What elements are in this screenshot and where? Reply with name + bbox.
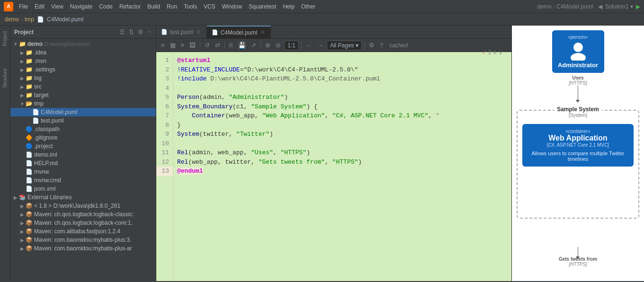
tree-item-target[interactable]: ▶ 📁 target bbox=[10, 91, 156, 99]
tree-item-logback1[interactable]: ▶ 📦 Maven: ch.qos.logback:logback-classi… bbox=[10, 210, 156, 219]
tree-item-mybatis[interactable]: ▶ 📦 Maven: com.baomidou:mybatis-plus:3. bbox=[10, 236, 156, 244]
toolbar-copy-btn[interactable]: ⎘ bbox=[227, 41, 235, 50]
sidebar-collapse-all[interactable]: ☰ bbox=[118, 27, 126, 36]
tab-close-test[interactable]: ✕ bbox=[196, 28, 202, 35]
tree-label-settings: .settings bbox=[34, 66, 55, 73]
tree-arrow-demo[interactable]: ▼ bbox=[12, 42, 19, 47]
expand-icon[interactable]: ∧ bbox=[493, 52, 497, 56]
collapse-icon[interactable]: ∨ bbox=[499, 52, 503, 56]
tree-arrow-extlibs[interactable]: ▶ bbox=[12, 195, 19, 200]
menu-refactor[interactable]: Refactor bbox=[116, 2, 143, 11]
tree-item-helpmd[interactable]: 📄 HELP.md bbox=[10, 159, 156, 167]
sidebar-close[interactable]: − bbox=[146, 27, 152, 36]
menu-squaretest[interactable]: Squaretest bbox=[246, 2, 279, 11]
tree-item-src[interactable]: ▶ 📁 src bbox=[10, 82, 156, 91]
menu-code[interactable]: Code bbox=[96, 2, 116, 11]
toolbar-image-btn[interactable]: 🖼 bbox=[188, 41, 197, 50]
tree-arrow-fastjson[interactable]: ▶ bbox=[19, 229, 26, 234]
tree-arrow-mybatisa[interactable]: ▶ bbox=[19, 246, 26, 251]
tree-item-c4model[interactable]: 📄 C4Model.puml bbox=[10, 108, 156, 116]
tree-arrow-mvn[interactable]: ▶ bbox=[19, 59, 26, 64]
menu-window[interactable]: Window bbox=[219, 2, 245, 11]
toolbar-pages-selector[interactable]: All Pages ▾ bbox=[327, 41, 362, 50]
menu-run[interactable]: Run bbox=[164, 2, 180, 11]
tree-arrow-src[interactable]: ▶ bbox=[19, 84, 26, 89]
sidebar-sort[interactable]: ⇅ bbox=[128, 27, 135, 36]
menu-help[interactable]: Help bbox=[280, 2, 297, 11]
tree-item-demo[interactable]: ▼ 📁 demo D:\work\gitlab\demo bbox=[10, 40, 156, 48]
tree-item-mvn[interactable]: ▶ 📁 .mvn bbox=[10, 57, 156, 65]
toolbar-sync-btn[interactable]: ⇄ bbox=[213, 41, 222, 50]
toolbar-save-btn[interactable]: 💾 bbox=[236, 41, 248, 50]
tab-close-c4model[interactable]: ✕ bbox=[259, 29, 266, 36]
tab-icon-test: 📄 bbox=[161, 29, 168, 35]
toolbar-cached-label: cached bbox=[389, 42, 408, 49]
tree-arrow-idea[interactable]: ▶ bbox=[19, 50, 26, 55]
structure-tab[interactable]: Structure bbox=[1, 67, 9, 90]
toolbar-settings-btn[interactable]: ⚙ bbox=[367, 41, 376, 50]
sidebar-settings[interactable]: ⚙ bbox=[137, 27, 144, 36]
tree-arrow-mybatis[interactable]: ▶ bbox=[19, 238, 26, 243]
toolbar-menu-btn[interactable]: ≡ bbox=[159, 41, 167, 50]
tree-arrow-settings[interactable]: ▶ bbox=[19, 67, 26, 72]
tree-item-fastjson[interactable]: ▶ 📦 Maven: com.alibaba:fastjson:1.2.4 bbox=[10, 227, 156, 236]
tab-c4model[interactable]: 📄 C4Model.puml ✕ bbox=[207, 26, 271, 39]
tab-testpuml[interactable]: 📄 test.puml ✕ bbox=[156, 26, 207, 39]
menu-other[interactable]: Other bbox=[298, 2, 318, 11]
code-editor[interactable]: @startuml !RELATIVE_INCLUDE="D:\work\C4\… bbox=[173, 52, 511, 281]
toolbar-zoom-in-btn[interactable]: ⊕ bbox=[263, 41, 272, 50]
tree-label-fastjson: Maven: com.alibaba:fastjson:1.2.4 bbox=[34, 228, 120, 235]
tree-item-tmp[interactable]: ▼ 📂 tmp bbox=[10, 99, 156, 108]
toolbar-refresh-btn[interactable]: ↺ bbox=[203, 41, 212, 50]
tree-item-extlibs[interactable]: ▶ 📚 External Libraries bbox=[10, 193, 156, 202]
tree-item-mvnw[interactable]: 📄 mvnw bbox=[10, 167, 156, 176]
menu-tools[interactable]: Tools bbox=[181, 2, 200, 11]
toolbar-zoom-out-btn[interactable]: ⊖ bbox=[274, 41, 283, 50]
bc-tmp[interactable]: tmp bbox=[25, 16, 34, 23]
tree-item-settings[interactable]: ▶ 📁 .settings bbox=[10, 65, 156, 74]
tree-item-classpath[interactable]: 🔵 .classpath bbox=[10, 125, 156, 133]
toolbar-zoom-level[interactable]: 1:1 bbox=[284, 41, 299, 50]
tree-label-logback1: Maven: ch.qos.logback:logback-classic: bbox=[34, 211, 134, 218]
toolbar-list-btn[interactable]: ≡ bbox=[179, 41, 187, 50]
tree-item-log[interactable]: ▶ 📁 log bbox=[10, 74, 156, 82]
run-btn[interactable]: ▶ bbox=[636, 3, 640, 10]
nav-back-btn[interactable]: ◀ bbox=[598, 3, 602, 10]
menu-build[interactable]: Build bbox=[144, 2, 163, 11]
tree-arrow-target[interactable]: ▶ bbox=[19, 93, 26, 98]
code-line-3: !include D:\work\C4\C4-PlantUML-2.5.0\C4… bbox=[177, 75, 380, 82]
tree-item-mvnwcmd[interactable]: 📄 mvnw.cmd bbox=[10, 176, 156, 185]
tree-item-idea[interactable]: ▶ 📁 .idea bbox=[10, 48, 156, 57]
tree-item-demoxml[interactable]: 📄 demo.iml bbox=[10, 150, 156, 159]
tree-arrow-tmp[interactable]: ▼ bbox=[19, 101, 26, 106]
toolbar-export-btn[interactable]: ↗ bbox=[249, 41, 258, 50]
tree-item-jdk[interactable]: ▶ 📦 < 1.8 > D:\work\Java\jdk1.8.0_261 bbox=[10, 202, 156, 210]
menu-view[interactable]: View bbox=[48, 2, 66, 11]
tree-item-mybatisa[interactable]: ▶ 📦 Maven: com.baomidou:mybatis-plus-ar bbox=[10, 244, 156, 253]
tree-arrow-jdk[interactable]: ▶ bbox=[19, 203, 26, 209]
menu-file[interactable]: File bbox=[16, 2, 31, 11]
solution-selector[interactable]: Solution1 ▾ bbox=[605, 3, 633, 10]
tree-item-testpuml[interactable]: 📄 test.puml bbox=[10, 116, 156, 125]
c4-system-boundary: Sample System [System] «container» Web A… bbox=[517, 110, 639, 219]
tree-item-pomxml[interactable]: 📄 pom.xml bbox=[10, 185, 156, 193]
tree-arrow-logback1[interactable]: ▶ bbox=[19, 212, 26, 217]
toolbar-nav-prev-btn[interactable]: ← bbox=[304, 41, 314, 50]
toolbar-help-btn[interactable]: ? bbox=[378, 41, 385, 50]
error-icon: ✓ bbox=[482, 52, 487, 56]
bc-file[interactable]: C4Model.puml bbox=[47, 16, 83, 23]
menu-navigate[interactable]: Navigate bbox=[67, 2, 95, 11]
menu-edit[interactable]: Edit bbox=[32, 2, 47, 11]
toolbar-nav-next-btn[interactable]: → bbox=[315, 41, 325, 50]
tree-item-gitignore[interactable]: 🔶 .gitignore bbox=[10, 133, 156, 142]
file-icon-mvnwcmd: 📄 bbox=[26, 177, 33, 184]
project-tab[interactable]: Project bbox=[1, 29, 9, 48]
menu-vcs[interactable]: VCS bbox=[201, 2, 218, 11]
tree-arrow-log[interactable]: ▶ bbox=[19, 76, 26, 81]
bc-project[interactable]: demo bbox=[5, 16, 19, 23]
toolbar-grid-btn[interactable]: ▦ bbox=[168, 41, 178, 50]
tree-label-mvn: .mvn bbox=[34, 58, 46, 64]
tree-arrow-logback2[interactable]: ▶ bbox=[19, 220, 26, 226]
tree-item-project[interactable]: 🔵 .project bbox=[10, 142, 156, 150]
tree-item-logback2[interactable]: ▶ 📦 Maven: ch.qos.logback:logback-core:1… bbox=[10, 219, 156, 227]
